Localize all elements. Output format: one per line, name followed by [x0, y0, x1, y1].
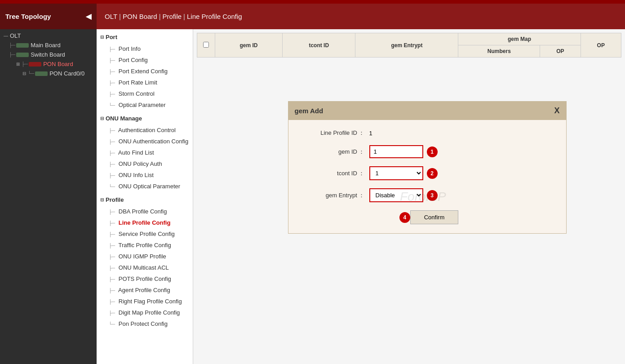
form-row-line-profile-id: Line Profile ID ： 1 — [302, 129, 553, 137]
agent-label: Agent Profile Config — [118, 287, 170, 293]
auto-find-connector: ├─ — [109, 151, 115, 155]
tree-item-pon-card[interactable]: ⊟ └─ PON Card0/0 — [0, 69, 97, 78]
port-extend-connector: ├─ — [109, 69, 115, 74]
traffic-profile-connector: ├─ — [109, 243, 115, 248]
pots-label: POTS Profile Config — [119, 275, 171, 282]
step-badge-4: 4 — [399, 212, 410, 223]
mid-layout: ⊟ Port ├─ Port Info ├─ Port Config ├─ Po… — [97, 29, 625, 364]
onu-igmp-connector: ├─ — [109, 254, 115, 259]
left-nav: ⊟ Port ├─ Port Info ├─ Port Config ├─ Po… — [97, 29, 193, 364]
gem-id-input[interactable] — [369, 145, 423, 158]
olt-expand-icon: — — [4, 33, 8, 38]
nav-item-digit-map-profile-config[interactable]: ├─ Digit Map Profile Config — [97, 307, 193, 318]
switch-board-connector: ├─ — [9, 52, 15, 57]
select-all-checkbox[interactable] — [203, 42, 209, 48]
pon-card-connector: └─ — [28, 71, 34, 76]
nav-item-pon-protect-config[interactable]: └─ Pon Protect Config — [97, 318, 193, 329]
nav-item-port-info[interactable]: ├─ Port Info — [97, 43, 193, 54]
onu-policy-label: ONU Policy Auth — [119, 160, 162, 167]
nav-item-onu-authentication-config[interactable]: ├─ ONU Authentication Config — [97, 136, 193, 147]
onu-multicast-label: ONU Multicast ACL — [119, 264, 169, 271]
gem-dialog-overlay: gem Add X Line Profile ID ： 1 gem I — [238, 101, 616, 234]
pon-card-icon — [35, 71, 48, 76]
auto-find-label: Auto Find List — [118, 149, 154, 156]
port-extend-label: Port Extend Config — [119, 68, 168, 75]
profile-expand-icon: ⊟ — [100, 197, 104, 202]
breadcrumb-sep-1: | — [159, 13, 161, 20]
nav-item-agent-profile-config[interactable]: ├─ Agent Profile Config — [97, 284, 193, 296]
sidebar-title: Tree Topology ◀ — [0, 4, 97, 29]
pon-board-connector: ├─ — [22, 62, 28, 67]
nav-item-port-rate-limit[interactable]: ├─ Port Rate Limit — [97, 77, 193, 88]
gem-encrypt-select[interactable]: Disable Enable — [369, 188, 423, 202]
tree-item-main-board[interactable]: ├─ Main Board — [0, 40, 97, 50]
onu-auth-config-label: ONU Authentication Config — [119, 138, 188, 145]
nav-section-onu-manage: ⊟ ONU Manage ├─ Authentication Control ├… — [97, 112, 193, 192]
storm-control-connector: ├─ — [109, 92, 115, 97]
optical-parameter-connector: └─ — [109, 103, 115, 108]
content-area: OLT | PON Board | Profile | Line Profile… — [97, 4, 625, 364]
nav-section-onu-manage-header[interactable]: ⊟ ONU Manage — [97, 112, 193, 124]
pon-card-expand-icon: ⊟ — [22, 71, 26, 76]
sidebar-collapse-icon[interactable]: ◀ — [86, 12, 91, 21]
main-content: gem ID tcont ID gem Entrypt gem Map OP N… — [193, 29, 625, 364]
port-config-label: Port Config — [119, 57, 148, 63]
nav-section-profile: ⊟ Profile ├─ DBA Profile Config ├─ Line … — [97, 194, 193, 329]
nav-item-onu-info-list[interactable]: ├─ ONU Info List — [97, 169, 193, 181]
line-profile-connector: ├─ — [109, 221, 115, 226]
nav-item-optical-parameter[interactable]: └─ Optical Parameter — [97, 99, 193, 111]
nav-item-service-profile-config[interactable]: ├─ Service Profile Config — [97, 228, 193, 240]
auth-control-connector: ├─ — [109, 128, 115, 133]
nav-item-onu-igmp-profile[interactable]: ├─ ONU IGMP Profile — [97, 251, 193, 262]
breadcrumb: OLT | PON Board | Profile | Line Profile… — [97, 4, 625, 29]
switch-board-label: Switch Board — [31, 51, 65, 58]
tree-item-switch-board[interactable]: ├─ Switch Board — [0, 50, 97, 59]
onu-info-label: ONU Info List — [119, 172, 154, 178]
nav-item-authentication-control[interactable]: ├─ Authentication Control — [97, 124, 193, 136]
nav-section-profile-header[interactable]: ⊟ Profile — [97, 194, 193, 206]
nav-item-onu-optical-parameter[interactable]: └─ ONU Optical Parameter — [97, 181, 193, 192]
nav-section-port-header[interactable]: ⊟ Port — [97, 31, 193, 43]
nav-item-auto-find-list[interactable]: ├─ Auto Find List — [97, 147, 193, 158]
nav-item-traffic-profile-config[interactable]: ├─ Traffic Profile Config — [97, 240, 193, 251]
nav-item-pots-profile-config[interactable]: ├─ POTS Profile Config — [97, 273, 193, 284]
tree-item-pon-board[interactable]: ⊞ ├─ PON Board — [0, 59, 97, 69]
confirm-button[interactable]: Confirm — [410, 210, 459, 224]
nav-item-dba-profile-config[interactable]: ├─ DBA Profile Config — [97, 206, 193, 217]
onu-auth-config-connector: ├─ — [109, 139, 115, 144]
tree-item-olt[interactable]: — OLT — [0, 31, 97, 40]
th-gem-id: gem ID — [215, 33, 283, 58]
nav-item-line-profile-config[interactable]: ├─ Line Profile Config — [97, 217, 193, 228]
right-flag-label: Right Flag Profile Config — [119, 298, 182, 305]
port-config-connector: ├─ — [109, 58, 115, 63]
breadcrumb-part-1: PON Board — [123, 13, 157, 20]
nav-item-onu-multicast-acl[interactable]: ├─ ONU Multicast ACL — [97, 262, 193, 273]
traffic-profile-label: Traffic Profile Config — [119, 242, 171, 249]
nav-item-storm-control[interactable]: ├─ Storm Control — [97, 88, 193, 99]
right-flag-connector: ├─ — [109, 299, 115, 304]
th-op: OP — [581, 33, 621, 58]
gem-encrypt-label: gem Entrypt ： — [302, 191, 369, 200]
main-board-icon — [16, 43, 29, 48]
nav-item-onu-policy-auth[interactable]: ├─ ONU Policy Auth — [97, 158, 193, 169]
onu-policy-connector: ├─ — [109, 162, 115, 167]
nav-item-port-extend-config[interactable]: ├─ Port Extend Config — [97, 66, 193, 77]
line-profile-id-value: 1 — [369, 130, 553, 137]
main-board-label: Main Board — [31, 42, 60, 49]
gem-dialog-close-button[interactable]: X — [554, 106, 559, 115]
main-layout: Tree Topology ◀ — OLT ├─ Main Board ├─ S… — [0, 4, 625, 364]
nav-item-port-config[interactable]: ├─ Port Config — [97, 54, 193, 66]
sidebar-title-text: Tree Topology — [5, 13, 51, 20]
breadcrumb-part-2: Profile — [163, 13, 182, 20]
pon-board-label: PON Board — [43, 61, 73, 67]
switch-board-icon — [16, 53, 29, 57]
olt-label: OLT — [10, 32, 21, 39]
port-expand-icon: ⊟ — [100, 35, 104, 40]
th-gem-map-op: OP — [540, 45, 581, 58]
nav-item-right-flag-profile-config[interactable]: ├─ Right Flag Profile Config — [97, 296, 193, 307]
tcont-id-select[interactable]: 1 — [369, 166, 423, 180]
breadcrumb-part-3: Line Profile Config — [187, 13, 242, 20]
tree-content: — OLT ├─ Main Board ├─ Switch Board ⊞ ├─… — [0, 29, 97, 364]
pon-board-icon — [29, 62, 41, 67]
th-gem-map-numbers: Numbers — [458, 45, 540, 58]
